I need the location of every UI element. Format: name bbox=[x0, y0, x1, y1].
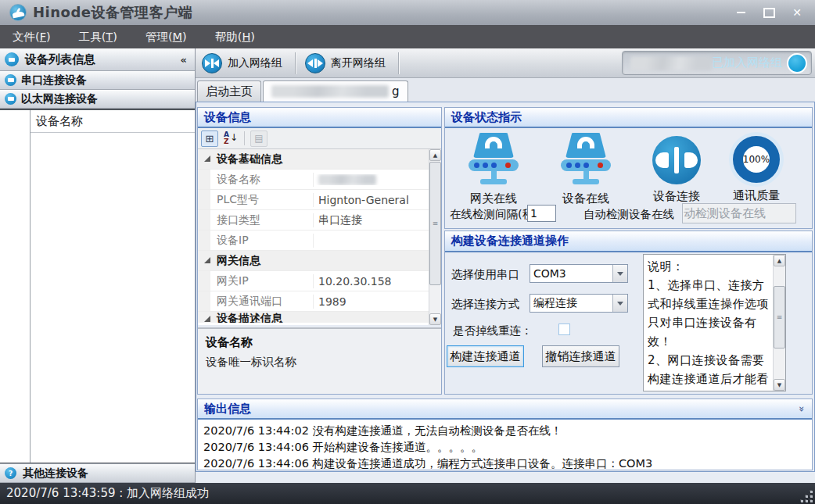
close-button[interactable]: ✕ bbox=[788, 5, 806, 20]
collapse-triangle-icon bbox=[204, 257, 210, 263]
indicator-device-connected: 设备连接 bbox=[631, 133, 722, 204]
device-list-sidebar: 设备列表信息 « 串口连接设备 以太网连接设备 设备名称 其他连接设备 bbox=[0, 48, 196, 483]
network-toolbar: 加入网络组 离开网络组 已加入网络组 bbox=[196, 48, 815, 78]
redacted-device-name-value bbox=[318, 174, 376, 185]
device-connect-icon bbox=[652, 136, 701, 184]
tab-device-page[interactable]: g bbox=[263, 80, 408, 102]
property-grid: 设备基础信息 设备名称 PLC型号 Hignton-General 接口类型 串… bbox=[198, 149, 429, 325]
serial-port-select[interactable]: COM3 bbox=[530, 264, 628, 283]
grid-category[interactable]: 网关信息 bbox=[198, 251, 429, 271]
log-line: 2020/7/6 13:44:06 开始构建设备连接通道。。。。。 bbox=[203, 439, 806, 456]
collapse-triangle-icon bbox=[204, 316, 210, 322]
grid-row-gateway-ip[interactable]: 网关IP 10.20.30.158 bbox=[198, 271, 429, 291]
output-panel: 输出信息 » 2020/7/6 13:44:02 没有构建连接通道，无法自动检测… bbox=[197, 399, 813, 470]
alphabetical-sort-icon[interactable]: A Z ↓ bbox=[221, 130, 239, 147]
minimize-button[interactable] bbox=[732, 5, 749, 20]
maximize-button[interactable] bbox=[760, 5, 777, 20]
property-description-title: 设备名称 bbox=[206, 335, 433, 350]
resize-grip-icon[interactable] bbox=[800, 489, 813, 502]
scroll-down-icon[interactable]: ▼ bbox=[774, 379, 785, 391]
grid-row-device-ip[interactable]: 设备IP bbox=[198, 231, 429, 251]
device-list-column-header[interactable]: 设备名称 bbox=[31, 110, 195, 133]
device-info-header: 设备信息 bbox=[198, 108, 441, 128]
menu-tools[interactable]: 工具(T) bbox=[79, 30, 117, 45]
channel-note-text: 说明： 1、选择串口、连接方式和掉线重连操作选项只对串口连接设备有效！ 2、网口… bbox=[648, 257, 770, 388]
tab-home[interactable]: 启动主页 bbox=[197, 80, 261, 102]
grid-row-plc-model[interactable]: PLC型号 Hignton-General bbox=[198, 190, 429, 210]
indicator-gateway-online: 网关在线 bbox=[448, 133, 539, 206]
scrollbar-thumb[interactable]: ≡ bbox=[429, 162, 441, 285]
auto-detect-label: 自动检测设备在线 bbox=[583, 207, 674, 222]
scrollbar-thumb[interactable]: ≡ bbox=[774, 286, 785, 349]
grid-row-device-name[interactable]: 设备名称 bbox=[198, 170, 429, 190]
toolbar-separator bbox=[398, 52, 399, 74]
toolbar-separator bbox=[244, 131, 245, 145]
redacted-tab-title bbox=[271, 85, 389, 98]
join-network-button[interactable]: 加入网络组 bbox=[196, 51, 292, 76]
serial-device-icon bbox=[5, 74, 16, 86]
grid-category-clipped[interactable]: 设备描述信息 bbox=[198, 312, 429, 323]
app-logo-icon bbox=[9, 4, 27, 21]
device-online-icon bbox=[560, 133, 612, 189]
collapse-chevrons-icon[interactable]: » bbox=[797, 406, 809, 412]
redacted-account-name bbox=[630, 56, 712, 70]
connect-mode-label: 选择连接方式 bbox=[451, 297, 519, 312]
interval-label: 在线检测间隔(秒 bbox=[450, 207, 528, 222]
device-status-panel: 设备状态指示 网关在线 设备在线 设备连接 bbox=[444, 107, 813, 229]
network-account-panel: 已加入网络组 bbox=[622, 51, 812, 75]
status-bar-text: 2020/7/6 13:43:59 : 加入网络组成功 bbox=[6, 486, 209, 501]
chevron-down-icon[interactable] bbox=[612, 265, 627, 282]
sidebar-item-ethernet-devices[interactable]: 以太网连接设备 bbox=[0, 90, 195, 109]
reconnect-checkbox[interactable] bbox=[558, 323, 570, 335]
join-network-icon bbox=[202, 53, 222, 73]
build-channel-button[interactable]: 构建连接通道 bbox=[447, 345, 524, 367]
menu-help[interactable]: 帮助(H) bbox=[215, 30, 255, 45]
quality-gauge-icon: 100% bbox=[733, 136, 780, 183]
note-scrollbar[interactable]: ▲ ≡ ▼ bbox=[773, 255, 785, 391]
menu-bar: 文件(F) 工具(T) 管理(M) 帮助(H) bbox=[0, 25, 815, 48]
toolbar-separator bbox=[295, 52, 296, 74]
log-line: 2020/7/6 13:44:06 构建设备连接通道成功，编程方式连接串口设备。… bbox=[203, 456, 806, 472]
app-window: Hinode设备管理客户端 ✕ 文件(F) 工具(T) 管理(M) 帮助(H) … bbox=[0, 0, 815, 504]
grid-category[interactable]: 设备基础信息 bbox=[198, 149, 429, 170]
menu-manage[interactable]: 管理(M) bbox=[145, 30, 187, 45]
auto-detect-button: 自动检测设备在线 bbox=[682, 203, 796, 223]
output-log[interactable]: 2020/7/6 13:44:02 没有构建连接通道，无法自动检测设备是否在线！… bbox=[198, 420, 812, 470]
serial-port-label: 选择使用串口 bbox=[451, 267, 519, 282]
device-info-panel: 设备信息 ⊞ A Z ↓ ▤ 设备基础信息 设备名称 bbox=[197, 107, 442, 395]
build-channel-header: 构建设备连接通道操作 bbox=[445, 231, 812, 252]
channel-note-box: 说明： 1、选择串口、连接方式和掉线重连操作选项只对串口连接设备有效！ 2、网口… bbox=[643, 254, 786, 391]
user-avatar-icon[interactable] bbox=[787, 53, 807, 73]
connect-mode-select[interactable]: 编程连接 bbox=[530, 294, 628, 313]
categorized-view-icon[interactable]: ⊞ bbox=[201, 130, 218, 147]
interval-input[interactable] bbox=[527, 205, 556, 222]
device-list-icon bbox=[5, 52, 19, 66]
quality-value: 100% bbox=[743, 154, 770, 165]
device-status-header: 设备状态指示 bbox=[445, 108, 812, 128]
property-grid-scrollbar[interactable]: ▲ ≡ ▼ bbox=[429, 149, 441, 325]
sidebar-header[interactable]: 设备列表信息 « bbox=[0, 48, 195, 71]
menu-file[interactable]: 文件(F) bbox=[13, 30, 51, 45]
revoke-channel-button[interactable]: 撤销连接通道 bbox=[542, 345, 619, 367]
indicator-device-online: 设备在线 bbox=[540, 133, 631, 206]
scroll-up-icon[interactable]: ▲ bbox=[774, 255, 785, 266]
sidebar-item-other-devices[interactable]: 其他连接设备 bbox=[0, 463, 195, 483]
gateway-online-icon bbox=[468, 133, 519, 189]
property-pages-icon: ▤ bbox=[250, 130, 267, 147]
log-line: 2020/7/6 13:44:02 没有构建连接通道，无法自动检测设备是否在线！ bbox=[203, 423, 806, 439]
reconnect-label: 是否掉线重连： bbox=[453, 323, 533, 338]
leave-network-icon bbox=[305, 53, 325, 73]
chevron-down-icon[interactable] bbox=[612, 295, 627, 312]
grid-row-gateway-port[interactable]: 网关通讯端口 1989 bbox=[198, 291, 429, 312]
scroll-up-icon[interactable]: ▲ bbox=[429, 149, 441, 161]
leave-network-button[interactable]: 离开网络组 bbox=[299, 51, 395, 76]
device-list[interactable]: 设备名称 bbox=[0, 109, 195, 463]
collapse-triangle-icon bbox=[204, 155, 210, 162]
scroll-down-icon[interactable]: ▼ bbox=[429, 313, 441, 325]
tab-strip: 启动主页 g bbox=[196, 78, 815, 102]
sidebar-title: 设备列表信息 bbox=[25, 52, 95, 67]
sidebar-item-serial-devices[interactable]: 串口连接设备 bbox=[0, 71, 195, 90]
sidebar-collapse-icon[interactable]: « bbox=[181, 54, 187, 66]
ethernet-device-icon bbox=[5, 93, 16, 105]
grid-row-interface-type[interactable]: 接口类型 串口连接 bbox=[198, 210, 429, 231]
